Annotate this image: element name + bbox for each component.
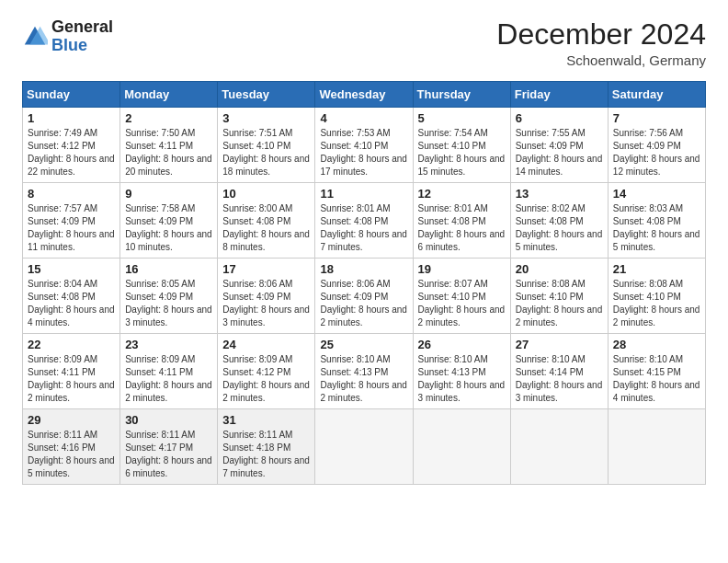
- day-number: 11: [320, 187, 407, 201]
- day-number: 27: [516, 338, 603, 351]
- day-info: Sunrise: 7:49 AMSunset: 4:12 PMDaylight:…: [28, 127, 115, 178]
- col-tuesday: Tuesday: [218, 82, 315, 108]
- table-cell: 14Sunrise: 8:03 AMSunset: 4:08 PMDayligh…: [608, 183, 705, 259]
- day-number: 26: [418, 338, 506, 351]
- day-info: Sunrise: 8:10 AMSunset: 4:15 PMDaylight:…: [613, 353, 700, 405]
- table-cell: 28Sunrise: 8:10 AMSunset: 4:15 PMDayligh…: [608, 334, 705, 409]
- week-row-1: 1Sunrise: 7:49 AMSunset: 4:12 PMDaylight…: [23, 108, 706, 183]
- table-cell: 21Sunrise: 8:08 AMSunset: 4:10 PMDayligh…: [608, 259, 705, 334]
- table-cell: 4Sunrise: 7:53 AMSunset: 4:10 PMDaylight…: [315, 108, 413, 183]
- calendar-header: Sunday Monday Tuesday Wednesday Thursday…: [23, 82, 706, 108]
- day-info: Sunrise: 8:08 AMSunset: 4:10 PMDaylight:…: [516, 278, 603, 329]
- table-cell: 25Sunrise: 8:10 AMSunset: 4:13 PMDayligh…: [315, 334, 413, 409]
- day-info: Sunrise: 8:11 AMSunset: 4:17 PMDaylight:…: [125, 429, 212, 480]
- logo-text: General Blue: [51, 18, 113, 55]
- month-year: December 2024: [496, 18, 706, 51]
- day-number: 17: [222, 262, 310, 276]
- day-info: Sunrise: 7:55 AMSunset: 4:09 PMDaylight:…: [516, 127, 603, 178]
- day-info: Sunrise: 7:50 AMSunset: 4:11 PMDaylight:…: [125, 127, 212, 178]
- day-info: Sunrise: 8:11 AMSunset: 4:16 PMDaylight:…: [28, 429, 115, 480]
- day-number: 16: [125, 262, 212, 276]
- table-cell: 15Sunrise: 8:04 AMSunset: 4:08 PMDayligh…: [23, 259, 120, 334]
- table-cell: 20Sunrise: 8:08 AMSunset: 4:10 PMDayligh…: [510, 259, 608, 334]
- table-cell: 29Sunrise: 8:11 AMSunset: 4:16 PMDayligh…: [23, 409, 120, 485]
- day-info: Sunrise: 8:06 AMSunset: 4:09 PMDaylight:…: [320, 278, 407, 329]
- day-info: Sunrise: 8:05 AMSunset: 4:09 PMDaylight:…: [125, 278, 212, 329]
- table-cell: 18Sunrise: 8:06 AMSunset: 4:09 PMDayligh…: [315, 259, 413, 334]
- day-info: Sunrise: 8:08 AMSunset: 4:10 PMDaylight:…: [613, 278, 700, 329]
- day-number: 25: [320, 338, 407, 351]
- table-cell: 1Sunrise: 7:49 AMSunset: 4:12 PMDaylight…: [23, 108, 120, 183]
- day-number: 24: [222, 338, 310, 351]
- day-number: 8: [28, 187, 115, 201]
- day-number: 10: [222, 187, 310, 201]
- table-cell: 2Sunrise: 7:50 AMSunset: 4:11 PMDaylight…: [120, 108, 218, 183]
- day-info: Sunrise: 8:01 AMSunset: 4:08 PMDaylight:…: [418, 202, 506, 254]
- table-cell: 17Sunrise: 8:06 AMSunset: 4:09 PMDayligh…: [218, 259, 315, 334]
- day-number: 18: [320, 262, 407, 276]
- day-info: Sunrise: 8:06 AMSunset: 4:09 PMDaylight:…: [222, 278, 310, 329]
- day-number: 4: [320, 111, 407, 125]
- day-info: Sunrise: 8:10 AMSunset: 4:13 PMDaylight:…: [320, 353, 407, 405]
- page-header: General Blue December 2024 Schoenwald, G…: [22, 18, 706, 68]
- location: Schoenwald, Germany: [496, 52, 706, 68]
- day-number: 23: [125, 338, 212, 351]
- day-info: Sunrise: 8:09 AMSunset: 4:12 PMDaylight:…: [222, 353, 310, 405]
- col-friday: Friday: [510, 82, 608, 108]
- day-info: Sunrise: 8:07 AMSunset: 4:10 PMDaylight:…: [418, 278, 506, 329]
- table-cell: [315, 409, 413, 485]
- table-cell: 3Sunrise: 7:51 AMSunset: 4:10 PMDaylight…: [218, 108, 315, 183]
- day-number: 12: [418, 187, 506, 201]
- day-info: Sunrise: 7:58 AMSunset: 4:09 PMDaylight:…: [125, 202, 212, 254]
- table-cell: 31Sunrise: 8:11 AMSunset: 4:18 PMDayligh…: [218, 409, 315, 485]
- day-number: 9: [125, 187, 212, 201]
- day-info: Sunrise: 7:51 AMSunset: 4:10 PMDaylight:…: [222, 127, 310, 178]
- table-cell: 7Sunrise: 7:56 AMSunset: 4:09 PMDaylight…: [608, 108, 705, 183]
- week-row-2: 8Sunrise: 7:57 AMSunset: 4:09 PMDaylight…: [23, 183, 706, 259]
- day-number: 5: [418, 111, 506, 125]
- calendar-body: 1Sunrise: 7:49 AMSunset: 4:12 PMDaylight…: [23, 108, 706, 485]
- day-info: Sunrise: 7:57 AMSunset: 4:09 PMDaylight:…: [28, 202, 115, 254]
- day-number: 21: [613, 262, 700, 276]
- col-thursday: Thursday: [413, 82, 510, 108]
- week-row-4: 22Sunrise: 8:09 AMSunset: 4:11 PMDayligh…: [23, 334, 706, 409]
- day-info: Sunrise: 8:04 AMSunset: 4:08 PMDaylight:…: [28, 278, 115, 329]
- day-info: Sunrise: 8:11 AMSunset: 4:18 PMDaylight:…: [222, 429, 310, 480]
- day-number: 2: [125, 111, 212, 125]
- day-number: 6: [516, 111, 603, 125]
- table-cell: [413, 409, 510, 485]
- table-cell: 27Sunrise: 8:10 AMSunset: 4:14 PMDayligh…: [510, 334, 608, 409]
- day-info: Sunrise: 8:00 AMSunset: 4:08 PMDaylight:…: [222, 202, 310, 254]
- day-number: 30: [125, 413, 212, 427]
- day-info: Sunrise: 8:01 AMSunset: 4:08 PMDaylight:…: [320, 202, 407, 254]
- table-cell: 19Sunrise: 8:07 AMSunset: 4:10 PMDayligh…: [413, 259, 510, 334]
- col-saturday: Saturday: [608, 82, 705, 108]
- day-number: 3: [222, 111, 310, 125]
- table-cell: 13Sunrise: 8:02 AMSunset: 4:08 PMDayligh…: [510, 183, 608, 259]
- table-cell: 9Sunrise: 7:58 AMSunset: 4:09 PMDaylight…: [120, 183, 218, 259]
- table-cell: 12Sunrise: 8:01 AMSunset: 4:08 PMDayligh…: [413, 183, 510, 259]
- col-wednesday: Wednesday: [315, 82, 413, 108]
- week-row-3: 15Sunrise: 8:04 AMSunset: 4:08 PMDayligh…: [23, 259, 706, 334]
- col-sunday: Sunday: [23, 82, 120, 108]
- day-number: 7: [613, 111, 700, 125]
- day-number: 13: [516, 187, 603, 201]
- table-cell: 26Sunrise: 8:10 AMSunset: 4:13 PMDayligh…: [413, 334, 510, 409]
- day-info: Sunrise: 8:10 AMSunset: 4:13 PMDaylight:…: [418, 353, 506, 405]
- day-number: 20: [516, 262, 603, 276]
- day-number: 19: [418, 262, 506, 276]
- table-cell: 16Sunrise: 8:05 AMSunset: 4:09 PMDayligh…: [120, 259, 218, 334]
- table-cell: 22Sunrise: 8:09 AMSunset: 4:11 PMDayligh…: [23, 334, 120, 409]
- table-cell: 30Sunrise: 8:11 AMSunset: 4:17 PMDayligh…: [120, 409, 218, 485]
- table-cell: 24Sunrise: 8:09 AMSunset: 4:12 PMDayligh…: [218, 334, 315, 409]
- week-row-5: 29Sunrise: 8:11 AMSunset: 4:16 PMDayligh…: [23, 409, 706, 485]
- logo-icon: [22, 24, 48, 50]
- table-cell: 5Sunrise: 7:54 AMSunset: 4:10 PMDaylight…: [413, 108, 510, 183]
- table-cell: 10Sunrise: 8:00 AMSunset: 4:08 PMDayligh…: [218, 183, 315, 259]
- day-info: Sunrise: 8:03 AMSunset: 4:08 PMDaylight:…: [613, 202, 700, 254]
- day-info: Sunrise: 7:53 AMSunset: 4:10 PMDaylight:…: [320, 127, 407, 178]
- day-number: 31: [222, 413, 310, 427]
- table-cell: 6Sunrise: 7:55 AMSunset: 4:09 PMDaylight…: [510, 108, 608, 183]
- table-cell: 23Sunrise: 8:09 AMSunset: 4:11 PMDayligh…: [120, 334, 218, 409]
- calendar-table: Sunday Monday Tuesday Wednesday Thursday…: [22, 81, 706, 485]
